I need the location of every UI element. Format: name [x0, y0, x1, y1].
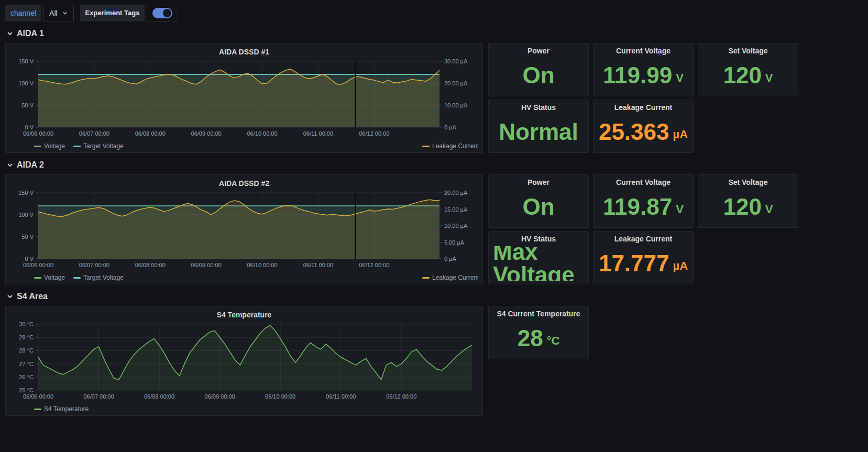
section-title: AIDA 1 — [17, 29, 44, 38]
svg-text:10.00 µA: 10.00 µA — [444, 102, 468, 108]
stat-title[interactable]: Set Voltage — [702, 178, 794, 190]
stat-title[interactable]: Current Voltage — [598, 47, 689, 58]
svg-text:50 V: 50 V — [21, 234, 34, 240]
variable-channel: channel All — [5, 5, 74, 21]
svg-text:15.00 µA: 15.00 µA — [444, 206, 468, 213]
stat-value: 17.777 — [599, 252, 669, 275]
stat-panel-set-voltage: Set Voltage 120V — [698, 43, 798, 96]
stat-title[interactable]: Leakage Current — [598, 103, 689, 115]
chart-legend: Voltage Target Voltage Leakage Current — [10, 272, 478, 283]
stat-title[interactable]: Power — [493, 47, 584, 58]
svg-text:28 °C: 28 °C — [19, 347, 34, 354]
section-header-aida2[interactable]: AIDA 2 — [6, 160, 863, 170]
stat-value: 119.99 — [603, 64, 672, 87]
svg-text:100 V: 100 V — [18, 80, 34, 86]
svg-text:06/06 00:00: 06/06 00:00 — [23, 262, 53, 268]
stat-panel-hv-status: HV Status Max Voltage — [488, 231, 589, 284]
panel-title[interactable]: AIDA DSSD #1 — [10, 46, 478, 58]
svg-text:06/12 00:00: 06/12 00:00 — [386, 393, 416, 400]
series-swatch — [73, 277, 81, 279]
stat-title[interactable]: Power — [493, 178, 584, 190]
legend-item-voltage[interactable]: Voltage — [34, 142, 65, 150]
stat-value: 25.363 — [599, 120, 669, 144]
timeseries-panel-aida1: AIDA DSSD #1 0 V50 V100 V150 V0 µA10.00 … — [5, 43, 483, 153]
svg-text:150 V: 150 V — [18, 58, 34, 64]
svg-text:06/08 00:00: 06/08 00:00 — [135, 130, 166, 137]
svg-text:06/08 00:00: 06/08 00:00 — [135, 262, 166, 268]
svg-text:06/12 00:00: 06/12 00:00 — [359, 130, 389, 137]
legend-item-target-voltage[interactable]: Target Voltage — [73, 274, 124, 281]
timeseries-chart-aida2[interactable]: 0 V50 V100 V150 V0 µA5.00 µA10.00 µA15.0… — [10, 190, 478, 270]
stat-value: Normal — [499, 120, 578, 144]
variable-channel-select[interactable]: All — [43, 5, 74, 21]
chart-legend: S4 Temperature — [10, 404, 478, 414]
series-swatch — [34, 409, 41, 410]
chevron-down-icon — [6, 30, 14, 37]
svg-text:10.00 µA: 10.00 µA — [444, 223, 468, 229]
legend-item-target-voltage[interactable]: Target Voltage — [73, 142, 124, 150]
svg-text:06/09 00:00: 06/09 00:00 — [191, 130, 222, 137]
stat-panel-current-voltage: Current Voltage 119.99V — [593, 43, 694, 96]
timeseries-chart-s4[interactable]: 25 °C26 °C27 °C28 °C29 °C30 °C06/06 00:0… — [10, 321, 478, 402]
svg-text:06/12 00:00: 06/12 00:00 — [359, 262, 389, 268]
dashboard-toolbar: channel All Experiment Tags — [5, 4, 863, 21]
panel-title[interactable]: AIDA DSSD #2 — [10, 177, 478, 190]
stat-panel-leakage-current: Leakage Current 17.777µA — [593, 231, 694, 284]
svg-text:29 °C: 29 °C — [19, 334, 34, 340]
series-swatch — [34, 277, 41, 279]
stat-unit: V — [765, 67, 773, 84]
svg-text:06/11 00:00: 06/11 00:00 — [303, 262, 333, 268]
svg-text:06/10 00:00: 06/10 00:00 — [265, 393, 295, 400]
svg-text:06/06 00:00: 06/06 00:00 — [23, 393, 53, 400]
series-swatch — [34, 146, 41, 147]
timeseries-chart-aida1[interactable]: 0 V50 V100 V150 V0 µA10.00 µA20.00 µA30.… — [10, 58, 478, 139]
stat-panel-power: Power On — [488, 43, 589, 96]
legend-item-s4-temperature[interactable]: S4 Temperature — [34, 405, 89, 413]
svg-text:0 µA: 0 µA — [444, 124, 457, 130]
svg-text:20.00 µA: 20.00 µA — [444, 190, 468, 196]
stat-title[interactable]: Current Voltage — [598, 178, 689, 190]
svg-text:06/08 00:00: 06/08 00:00 — [144, 393, 174, 400]
stat-title[interactable]: HV Status — [493, 235, 584, 246]
svg-text:5.00 µA: 5.00 µA — [444, 239, 465, 246]
toggle-pill — [152, 8, 172, 18]
section-header-aida1[interactable]: AIDA 1 — [6, 29, 863, 38]
svg-text:20.00 µA: 20.00 µA — [444, 80, 468, 86]
svg-text:0 V: 0 V — [25, 256, 34, 262]
legend-item-leakage-current[interactable]: Leakage Current — [422, 274, 478, 281]
section-header-s4-area[interactable]: S4 Area — [6, 292, 863, 301]
series-swatch — [422, 277, 430, 279]
svg-text:06/09 00:00: 06/09 00:00 — [205, 393, 235, 400]
stat-unit: µA — [673, 255, 688, 272]
stat-unit: µA — [673, 124, 688, 140]
stat-value: 120 — [723, 64, 761, 87]
experiment-tags-label: Experiment Tags — [80, 5, 145, 21]
section-title: AIDA 2 — [17, 160, 44, 170]
legend-item-leakage-current[interactable]: Leakage Current — [422, 142, 478, 150]
stat-title[interactable]: Set Voltage — [702, 47, 794, 58]
svg-text:0 µA: 0 µA — [444, 256, 457, 262]
svg-text:26 °C: 26 °C — [19, 374, 34, 380]
svg-text:06/07 00:00: 06/07 00:00 — [83, 393, 114, 400]
svg-text:06/09 00:00: 06/09 00:00 — [191, 262, 222, 268]
stat-value: 119.87 — [603, 195, 672, 218]
variable-channel-label: channel — [5, 5, 41, 21]
legend-item-voltage[interactable]: Voltage — [34, 274, 65, 281]
stat-title[interactable]: Leakage Current — [598, 235, 689, 246]
stat-unit: V — [676, 199, 684, 215]
svg-text:06/11 00:00: 06/11 00:00 — [326, 393, 356, 400]
svg-text:06/10 00:00: 06/10 00:00 — [247, 262, 277, 268]
series-swatch — [73, 146, 81, 147]
panel-title[interactable]: S4 Temperature — [10, 308, 478, 321]
stat-unit: V — [676, 67, 684, 84]
stat-panel-current-voltage: Current Voltage 119.87V — [593, 174, 694, 228]
series-swatch — [422, 146, 430, 147]
stat-title[interactable]: S4 Current Temperature — [493, 310, 584, 321]
svg-text:06/07 00:00: 06/07 00:00 — [79, 262, 109, 268]
variable-channel-value: All — [49, 9, 58, 17]
stat-title[interactable]: HV Status — [493, 103, 584, 115]
experiment-tags-control: Experiment Tags — [80, 5, 179, 21]
svg-text:50 V: 50 V — [21, 102, 34, 108]
experiment-tags-toggle[interactable] — [147, 5, 178, 21]
stat-panel-power: Power On — [488, 174, 589, 228]
